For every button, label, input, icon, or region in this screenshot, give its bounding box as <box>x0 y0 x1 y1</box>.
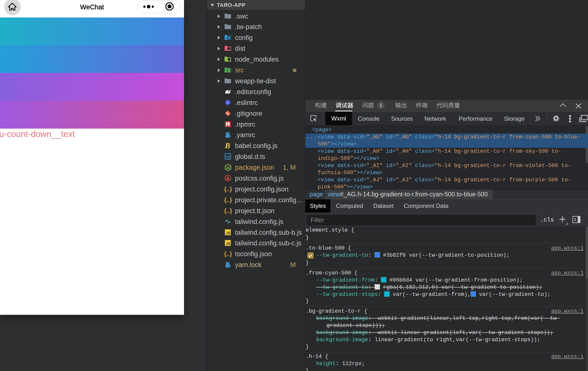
svg-text:B: B <box>225 142 230 150</box>
svg-text:{..}: {..} <box>224 207 232 214</box>
svg-text:JS: JS <box>226 242 230 246</box>
svg-text:JS: JS <box>226 166 230 170</box>
svg-text:{..}: {..} <box>224 251 232 257</box>
svg-text:{..}: {..} <box>224 197 232 203</box>
svg-text:{..}: {..} <box>224 186 232 192</box>
svg-text:TS: TS <box>226 155 230 159</box>
svg-text:JS: JS <box>226 231 230 235</box>
